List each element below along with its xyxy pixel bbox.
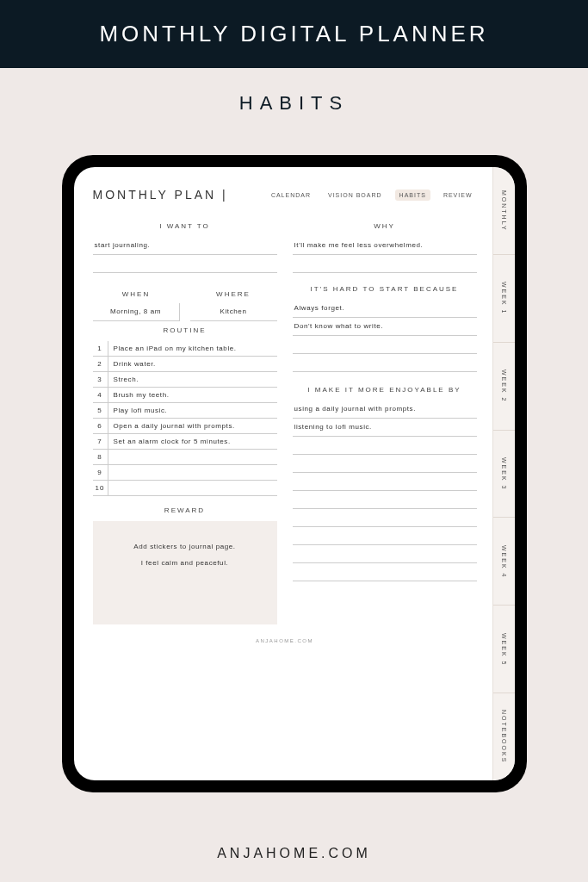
routine-number: 2 — [93, 357, 108, 371]
routine-text[interactable] — [108, 481, 277, 495]
where-head: WHERE — [190, 290, 277, 298]
left-column: I WANT TO start journaling. . WHEN Morni… — [93, 217, 277, 624]
when-head: WHEN — [93, 290, 180, 298]
side-tab-week-4[interactable]: WEEK 4 — [493, 518, 515, 606]
hard-line[interactable] — [293, 354, 477, 372]
page-title: MONTHLY PLAN | — [93, 188, 228, 202]
why-head: WHY — [293, 222, 477, 230]
routine-text[interactable] — [108, 465, 277, 480]
hero-subtitle: HABITS — [0, 68, 588, 123]
routine-row[interactable]: 1Place an iPad on my kitchen table. — [93, 341, 277, 357]
where-block: WHERE Kitchen — [190, 285, 277, 321]
nav-tabs: CALENDARVISION BOARDHABITSREVIEW — [267, 189, 477, 201]
routine-row[interactable]: 3Strech. — [93, 372, 277, 388]
hard-line[interactable] — [293, 336, 477, 354]
routine-number: 7 — [93, 434, 108, 449]
tablet-screen: MONTHLY PLAN | CALENDARVISION BOARDHABIT… — [74, 167, 515, 780]
routine-head: ROUTINE — [93, 326, 277, 334]
why-value[interactable]: It'll make me feel less overwhelmed. — [293, 237, 477, 255]
where-value[interactable]: Kitchen — [190, 303, 277, 321]
reward-line: Add stickers to journal page. — [103, 538, 267, 555]
nav-tab-calendar[interactable]: CALENDAR — [267, 189, 315, 201]
reward-head: REWARD — [93, 506, 277, 514]
nav-tab-habits[interactable]: HABITS — [395, 189, 430, 201]
brand-url: ANJAHOME.COM — [0, 846, 588, 861]
routine-row[interactable]: 7Set an alarm clock for 5 minutes. — [93, 434, 277, 450]
reward-box[interactable]: Add stickers to journal page.I feel calm… — [93, 521, 277, 624]
routine-row[interactable]: 9 — [93, 465, 277, 481]
enjoyable-line[interactable] — [293, 509, 477, 527]
page-header: MONTHLY PLAN | CALENDARVISION BOARDHABIT… — [93, 188, 477, 202]
enjoyable-line[interactable] — [293, 563, 477, 581]
i-want-to-value[interactable]: start journaling. — [93, 237, 277, 255]
enjoyable-line[interactable] — [293, 545, 477, 563]
nav-tab-review[interactable]: REVIEW — [439, 189, 477, 201]
enjoyable-head: I MAKE IT MORE ENJOYABLE BY — [293, 386, 477, 394]
routine-text[interactable]: Open a daily journal with prompts. — [108, 419, 277, 433]
routine-number: 4 — [93, 388, 108, 402]
enjoyable-lines: using a daily journal with prompts.liste… — [293, 401, 477, 581]
routine-text[interactable]: Place an iPad on my kitchen table. — [108, 341, 277, 356]
when-value[interactable]: Morning, 8 am — [93, 303, 180, 321]
routine-number: 5 — [93, 403, 108, 418]
blank-line[interactable]: . — [293, 255, 477, 273]
routine-text[interactable]: Play lofi music. — [108, 403, 277, 418]
routine-text[interactable]: Strech. — [108, 372, 277, 387]
enjoyable-line[interactable]: listening to lofi music. — [293, 419, 477, 437]
routine-text[interactable]: Brush my teeth. — [108, 388, 277, 402]
enjoyable-line[interactable] — [293, 437, 477, 455]
routine-number: 10 — [93, 481, 108, 495]
hard-lines: Always forget.Don't know what to write. — [293, 300, 477, 372]
routine-list: 1Place an iPad on my kitchen table.2Drin… — [93, 341, 277, 496]
enjoyable-line[interactable] — [293, 473, 477, 491]
hard-line[interactable]: Always forget. — [293, 300, 477, 318]
routine-row[interactable]: 10 — [93, 481, 277, 496]
section-i-want-to-head: I WANT TO — [93, 222, 277, 230]
when-block: WHEN Morning, 8 am — [93, 285, 180, 321]
side-tab-notebooks[interactable]: NOTEBOOKS — [493, 693, 515, 780]
nav-tab-vision-board[interactable]: VISION BOARD — [324, 189, 387, 201]
routine-text[interactable] — [108, 450, 277, 464]
side-tab-monthly[interactable]: MONTHLY — [493, 167, 515, 255]
routine-number: 3 — [93, 372, 108, 387]
planner-page: MONTHLY PLAN | CALENDARVISION BOARDHABIT… — [74, 167, 492, 780]
enjoyable-line[interactable] — [293, 527, 477, 545]
routine-text[interactable]: Set an alarm clock for 5 minutes. — [108, 434, 277, 449]
enjoyable-line[interactable]: using a daily journal with prompts. — [293, 401, 477, 419]
routine-row[interactable]: 6Open a daily journal with prompts. — [93, 419, 277, 434]
side-tabs: MONTHLYWEEK 1WEEK 2WEEK 3WEEK 4WEEK 5NOT… — [492, 167, 515, 780]
routine-number: 8 — [93, 450, 108, 464]
routine-text[interactable]: Drink water. — [108, 357, 277, 371]
enjoyable-line[interactable] — [293, 455, 477, 473]
enjoyable-line[interactable] — [293, 491, 477, 509]
routine-row[interactable]: 5Play lofi music. — [93, 403, 277, 419]
routine-row[interactable]: 4Brush my teeth. — [93, 388, 277, 403]
routine-number: 6 — [93, 419, 108, 433]
page-footer-url: ANJAHOME.COM — [93, 638, 477, 643]
hard-line[interactable]: Don't know what to write. — [293, 318, 477, 336]
side-tab-week-1[interactable]: WEEK 1 — [493, 255, 515, 343]
hard-head: IT'S HARD TO START BECAUSE — [293, 285, 477, 293]
side-tab-week-2[interactable]: WEEK 2 — [493, 343, 515, 431]
routine-number: 9 — [93, 465, 108, 480]
routine-number: 1 — [93, 341, 108, 356]
side-tab-week-5[interactable]: WEEK 5 — [493, 606, 515, 693]
reward-line: I feel calm and peaceful. — [103, 555, 267, 571]
hero-title: MONTHLY DIGITAL PLANNER — [0, 0, 588, 68]
routine-row[interactable]: 2Drink water. — [93, 357, 277, 372]
right-column: WHY It'll make me feel less overwhelmed.… — [293, 217, 477, 624]
blank-line[interactable]: . — [93, 255, 277, 273]
side-tab-week-3[interactable]: WEEK 3 — [493, 431, 515, 519]
tablet-frame: MONTHLY PLAN | CALENDARVISION BOARDHABIT… — [62, 155, 527, 792]
routine-row[interactable]: 8 — [93, 450, 277, 465]
